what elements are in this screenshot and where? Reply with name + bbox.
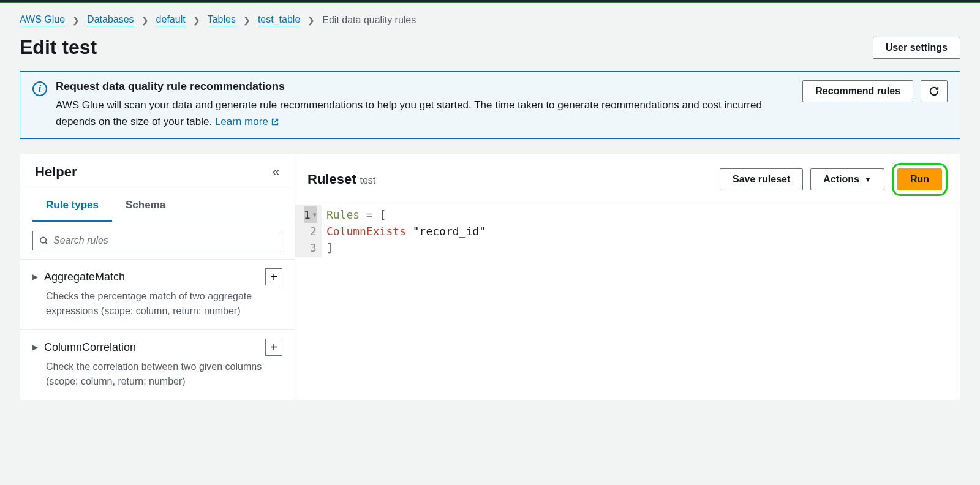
ruleset-name: test — [360, 175, 375, 186]
info-icon: i — [32, 81, 47, 96]
breadcrumb-current: Edit data quality rules — [322, 15, 416, 26]
rule-description: Check the correlation between two given … — [32, 359, 282, 389]
tab-rule-types[interactable]: Rule types — [32, 190, 112, 222]
add-rule-button[interactable]: + — [265, 339, 282, 356]
save-ruleset-button[interactable]: Save ruleset — [720, 168, 803, 190]
search-input[interactable] — [53, 235, 276, 246]
rule-name: AggregateMatch — [44, 271, 125, 284]
rule-expand-toggle[interactable]: ▶ AggregateMatch — [32, 271, 125, 284]
page-title: Edit test — [20, 36, 97, 59]
fold-caret-icon[interactable]: ▼ — [313, 210, 317, 219]
run-button[interactable]: Run — [897, 168, 942, 190]
search-icon — [39, 236, 48, 246]
rule-name: ColumnCorrelation — [44, 341, 136, 354]
helper-title: Helper — [35, 164, 77, 180]
breadcrumb: AWS Glue ❯ Databases ❯ default ❯ Tables … — [20, 8, 960, 36]
chevron-right-icon: ❯ — [307, 15, 315, 25]
search-input-wrap[interactable] — [32, 231, 282, 250]
rule-description: Checks the percentage match of two aggre… — [32, 289, 282, 318]
tab-schema[interactable]: Schema — [112, 190, 179, 222]
learn-more-link[interactable]: Learn more — [215, 113, 279, 130]
chevron-right-icon: ❯ — [243, 15, 251, 25]
refresh-button[interactable] — [921, 80, 948, 102]
external-link-icon — [271, 118, 279, 126]
rule-item: ▶ AggregateMatch + Checks the percentage… — [20, 259, 295, 329]
actions-dropdown[interactable]: Actions ▼ — [810, 168, 884, 190]
chevron-right-icon: ❯ — [141, 15, 149, 25]
user-settings-button[interactable]: User settings — [873, 37, 960, 59]
code-content[interactable]: Rules = [ ColumnExists "record_id" ] — [322, 205, 491, 257]
info-alert: i Request data quality rule recommendati… — [20, 71, 960, 139]
rule-item: ▶ ColumnCorrelation + Check the correlat… — [20, 329, 295, 400]
info-title: Request data quality rule recommendation… — [56, 80, 794, 93]
refresh-icon — [929, 86, 940, 97]
helper-tabs: Rule types Schema — [20, 190, 295, 222]
run-highlight-annotation: Run — [892, 163, 948, 196]
code-editor[interactable]: 1▼ 2 3 Rules = [ ColumnExists "record_id… — [295, 205, 960, 257]
ruleset-title: Rulesettest — [307, 171, 375, 187]
recommend-rules-button[interactable]: Recommend rules — [802, 80, 913, 102]
code-gutter: 1▼ 2 3 — [295, 205, 322, 257]
add-rule-button[interactable]: + — [265, 268, 282, 285]
chevron-right-icon: ❯ — [193, 15, 200, 25]
chevron-right-icon: ❯ — [72, 15, 80, 25]
breadcrumb-test-table[interactable]: test_table — [258, 14, 300, 26]
ruleset-panel: Rulesettest Save ruleset Actions ▼ Run 1… — [295, 154, 960, 400]
chevron-down-icon: ▼ — [864, 175, 872, 184]
caret-right-icon: ▶ — [32, 273, 38, 281]
caret-right-icon: ▶ — [32, 343, 38, 352]
breadcrumb-aws-glue[interactable]: AWS Glue — [20, 14, 65, 26]
breadcrumb-databases[interactable]: Databases — [87, 14, 134, 26]
collapse-left-icon[interactable]: « — [273, 164, 280, 180]
helper-panel: Helper « Rule types Schema — [20, 154, 295, 400]
info-text: AWS Glue will scan your data and generat… — [56, 97, 794, 130]
breadcrumb-tables[interactable]: Tables — [208, 14, 236, 26]
breadcrumb-default[interactable]: default — [156, 14, 186, 26]
svg-point-0 — [40, 238, 46, 243]
rule-expand-toggle[interactable]: ▶ ColumnCorrelation — [32, 341, 136, 354]
